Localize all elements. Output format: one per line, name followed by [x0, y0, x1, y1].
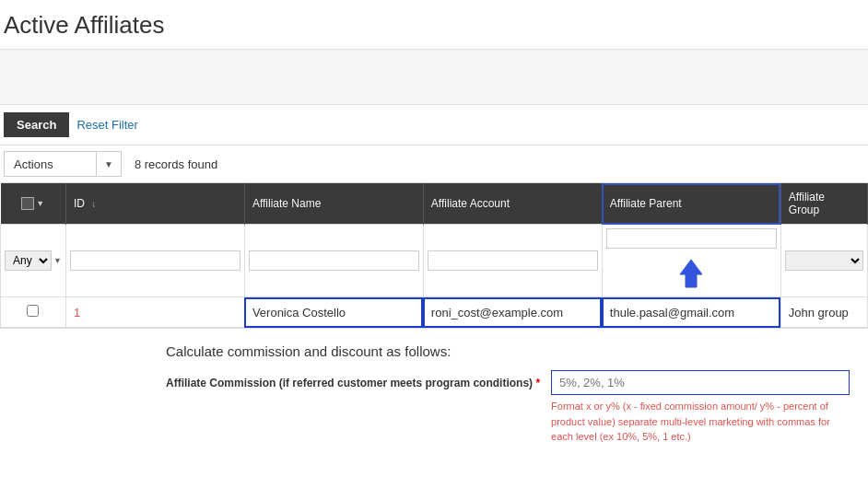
th-affiliate-name: Affiliate Name	[244, 183, 423, 225]
page-title: Active Affiliates	[0, 0, 868, 50]
commission-input-area: Format x or y% (x - fixed commission amo…	[551, 370, 850, 445]
filter-select-group[interactable]	[785, 250, 863, 271]
row-parent-cell: thule.pasal@gmail.com	[602, 297, 780, 328]
th-affiliate-parent: Affiliate Parent	[602, 183, 780, 225]
affiliates-table: ▼ ID ↓ Affiliate Name Affiliate Account …	[0, 183, 868, 328]
commission-title: Calculate commission and discount as fol…	[166, 343, 850, 359]
down-arrow-icon	[673, 252, 710, 293]
filter-row: Any ▼	[1, 225, 868, 297]
filter-input-name[interactable]	[249, 250, 419, 271]
th-affiliate-group: AffiliateGroup	[780, 183, 867, 225]
filter-input-id[interactable]	[70, 250, 240, 271]
filter-cell-id	[65, 225, 244, 297]
row-name-cell: Veronica Costello	[244, 297, 423, 328]
row-id-cell[interactable]: 1	[65, 297, 244, 328]
filter-cell-parent	[602, 225, 780, 297]
row-account-cell: roni_cost@example.com	[423, 297, 602, 328]
commission-input[interactable]	[551, 370, 850, 395]
commission-label: Affiliate Commission (if referred custom…	[166, 370, 540, 391]
actions-dropdown[interactable]: Actions ▼	[4, 151, 122, 177]
id-sort-icon[interactable]: ↓	[91, 199, 96, 209]
filter-area	[0, 50, 868, 105]
commission-required-star: *	[535, 377, 540, 389]
row-checkbox-cell	[1, 297, 66, 328]
th-id: ID ↓	[65, 183, 244, 225]
table-header-row: ▼ ID ↓ Affiliate Name Affiliate Account …	[1, 183, 868, 225]
actions-dropdown-arrow[interactable]: ▼	[97, 152, 121, 176]
filter-cell-group	[780, 225, 867, 297]
filter-cell-name	[244, 225, 423, 297]
filter-any-select[interactable]: Any	[5, 250, 52, 271]
header-checkbox[interactable]	[21, 197, 34, 210]
commission-label-text: Affiliate Commission (if referred custom…	[166, 377, 533, 389]
toolbar: Search Reset Filter	[0, 105, 868, 145]
actions-label: Actions	[5, 152, 97, 176]
actions-row: Actions ▼ 8 records found	[0, 145, 868, 183]
commission-section: Calculate commission and discount as fol…	[0, 328, 868, 459]
records-found: 8 records found	[135, 157, 217, 171]
th-affiliate-account: Affiliate Account	[423, 183, 602, 225]
th-checkbox: ▼	[1, 183, 66, 225]
header-checkbox-arrow[interactable]: ▼	[36, 199, 44, 208]
reset-filter-link[interactable]: Reset Filter	[76, 118, 137, 132]
row-checkbox[interactable]	[27, 305, 39, 317]
table-row: 1 Veronica Costello roni_cost@example.co…	[1, 297, 868, 328]
filter-input-parent[interactable]	[606, 228, 777, 249]
filter-cell-checkbox: Any ▼	[1, 225, 66, 297]
row-group-cell: John group	[780, 297, 867, 328]
filter-any-arrow[interactable]: ▼	[53, 256, 62, 265]
filter-cell-account	[423, 225, 602, 297]
commission-hint: Format x or y% (x - fixed commission amo…	[551, 399, 850, 445]
filter-input-account[interactable]	[428, 250, 598, 271]
svg-marker-0	[680, 260, 702, 287]
commission-row: Affiliate Commission (if referred custom…	[166, 370, 850, 445]
search-button[interactable]: Search	[4, 112, 69, 137]
